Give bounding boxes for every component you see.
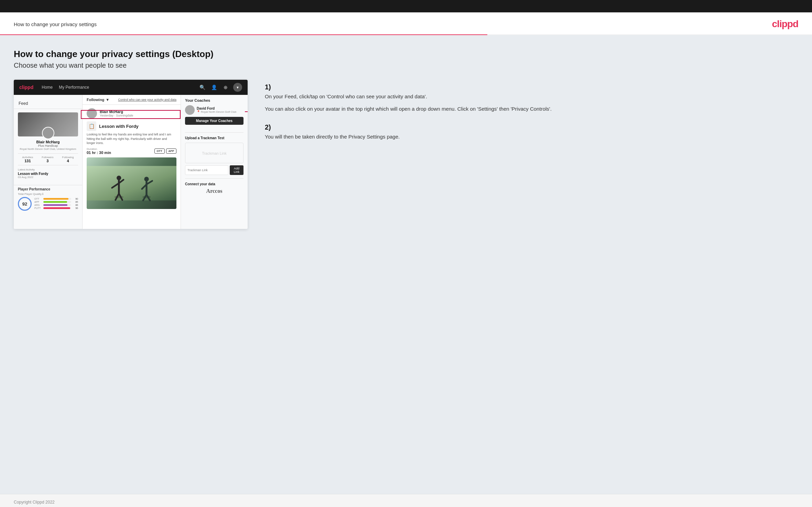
coach-avatar <box>185 105 195 115</box>
copyright-text: Copyright Clippd 2022 <box>14 500 55 505</box>
clippd-logo: clippd <box>772 19 798 30</box>
coach-row: David Ford 📍 Royal North Devon Golf Club <box>185 105 243 115</box>
pq-bar-value: 86 <box>73 204 78 206</box>
pq-bars: OTT 90 APP 85 ARG 86 PUTT 96 <box>34 198 78 210</box>
coaches-section: Your Coaches David Ford 📍 Royal North De… <box>185 98 243 128</box>
lesson-description: Looking to feel like my hands are exitin… <box>87 132 176 145</box>
app-sidebar: Feed Blair McHarg Plus Handicap Royal No… <box>14 95 83 229</box>
instructions: 1)On your Feed, click/tap on 'Control wh… <box>258 80 798 155</box>
nav-home: Home <box>42 85 53 90</box>
following-label: Following <box>87 98 104 102</box>
connect-section: Connect your data Arccos <box>185 178 243 194</box>
duration-label: Duration <box>87 147 111 151</box>
svg-point-3 <box>117 176 121 180</box>
instruction-text-2: You will then be taken directly to the P… <box>265 133 791 141</box>
coach-club-icon: 📍 <box>197 110 200 113</box>
lesson-title-row: 📋 Lesson with Fordy <box>87 121 176 131</box>
instruction-text-1: On your Feed, click/tap on 'Control who … <box>265 92 791 101</box>
pq-bar-value: 96 <box>73 207 78 209</box>
instruction-1: 1)On your Feed, click/tap on 'Control wh… <box>265 83 791 113</box>
lesson-card: Blair McHarg Yesterday · Sunningdale 📋 L… <box>83 105 181 212</box>
feed-tab: Feed <box>14 98 82 109</box>
profile-banner <box>18 112 78 136</box>
stat-followers: Followers 3 <box>42 156 53 163</box>
footer: Copyright Clippd 2022 <box>0 494 812 507</box>
connect-title: Connect your data <box>185 182 243 186</box>
pq-circle: 92 <box>18 197 32 211</box>
pq-bar-fill <box>43 204 67 206</box>
svg-point-1 <box>114 196 123 198</box>
profile-avatar-img <box>42 127 54 139</box>
control-link[interactable]: Control who can see your activity and da… <box>118 98 176 101</box>
total-pq-label: Total Player Quality ℹ <box>14 192 82 197</box>
stat-activities-label: Activities <box>22 156 33 159</box>
svg-rect-0 <box>87 166 176 200</box>
lesson-tag: OTT <box>154 148 165 154</box>
pq-bar-row: ARG 86 <box>34 204 78 206</box>
app-nav: clippd Home My Performance 🔍 👤 ⊕ ▼ <box>14 80 248 95</box>
user-avatar: ▼ <box>233 83 242 92</box>
profile-badge: Plus Handicap <box>18 144 78 147</box>
lesson-user-name: Blair McHarg <box>100 110 133 114</box>
trackman-input-row: Add Link <box>185 165 243 175</box>
trackman-section: Upload a Trackman Test Trackman Link Add… <box>185 132 243 175</box>
trackman-input[interactable] <box>185 165 228 175</box>
stat-activities-value: 131 <box>22 159 33 163</box>
pq-bar-label: ARG <box>34 204 42 206</box>
latest-date: 03 Aug 2022 <box>18 176 78 179</box>
lesson-header: Blair McHarg Yesterday · Sunningdale <box>87 108 176 119</box>
pq-bar-row: PUTT 96 <box>34 207 78 209</box>
nav-my-performance: My Performance <box>59 85 89 90</box>
following-chevron: ▼ <box>106 98 109 102</box>
pq-bar-label: OTT <box>34 198 42 200</box>
duration-info: Duration 01 hr : 30 min <box>87 147 111 155</box>
coach-name: David Ford <box>197 107 236 110</box>
pq-bar-fill <box>43 198 68 200</box>
pq-bar-fill <box>43 201 67 203</box>
lesson-tags: OTTAPP <box>154 148 176 154</box>
trackman-placeholder-text: Trackman Link <box>202 151 227 155</box>
pq-row: 92 OTT 90 APP 85 ARG 86 PUTT 96 <box>14 197 82 211</box>
app-feed: Following ▼ Control who can see your act… <box>83 95 181 229</box>
lesson-title: Lesson with Fordy <box>99 124 139 129</box>
feed-header: Following ▼ Control who can see your act… <box>83 95 181 105</box>
lesson-duration-row: Duration 01 hr : 30 min OTTAPP <box>87 147 176 155</box>
nav-icons: 🔍 👤 ⊕ ▼ <box>198 83 242 92</box>
pq-bar-track <box>43 201 71 203</box>
instruction-number-1: 1) <box>265 83 791 91</box>
add-link-button[interactable]: Add Link <box>230 165 243 175</box>
stat-following: Following 4 <box>62 156 74 163</box>
instruction-number-2: 2) <box>265 123 791 131</box>
app-screenshot: clippd Home My Performance 🔍 👤 ⊕ ▼ Feed <box>14 80 248 229</box>
arccos-brand: Arccos <box>185 188 243 194</box>
coach-club: 📍 Royal North Devon Golf Club <box>197 110 236 113</box>
duration-value: 01 hr : 30 min <box>87 151 111 155</box>
app-body: Feed Blair McHarg Plus Handicap Royal No… <box>14 95 248 229</box>
search-icon: 🔍 <box>198 83 206 91</box>
svg-point-10 <box>144 177 149 181</box>
trackman-title: Upload a Trackman Test <box>185 136 243 140</box>
app-right-panel: Your Coaches David Ford 📍 Royal North De… <box>181 95 248 229</box>
lesson-image <box>87 157 176 209</box>
pq-bar-value: 85 <box>73 201 78 203</box>
pq-bar-track <box>43 204 71 206</box>
stat-followers-label: Followers <box>42 156 53 159</box>
lesson-icon: 📋 <box>87 121 96 131</box>
stat-following-label: Following <box>62 156 74 159</box>
pq-bar-track <box>43 207 71 209</box>
coaches-title: Your Coaches <box>185 98 243 102</box>
player-perf-title: Player Performance <box>14 185 82 192</box>
pq-bar-value: 90 <box>73 198 78 200</box>
profile-card: Blair McHarg Plus Handicap Royal North D… <box>14 109 82 185</box>
lesson-user-info: Blair McHarg Yesterday · Sunningdale <box>100 110 133 117</box>
profile-club: Royal North Devon Golf Club, United King… <box>18 147 78 151</box>
following-button[interactable]: Following ▼ <box>87 98 109 102</box>
content-grid: clippd Home My Performance 🔍 👤 ⊕ ▼ Feed <box>14 80 798 229</box>
pq-bar-row: OTT 90 <box>34 198 78 200</box>
latest-lesson: Lesson with Fordy <box>18 172 78 176</box>
lesson-user-avatar <box>87 108 97 119</box>
manage-coaches-button[interactable]: Manage Your Coaches <box>185 117 243 125</box>
instruction-2: 2)You will then be taken directly to the… <box>265 123 791 141</box>
page-heading: How to change your privacy settings (Des… <box>14 49 798 59</box>
arrow-line <box>245 111 248 112</box>
